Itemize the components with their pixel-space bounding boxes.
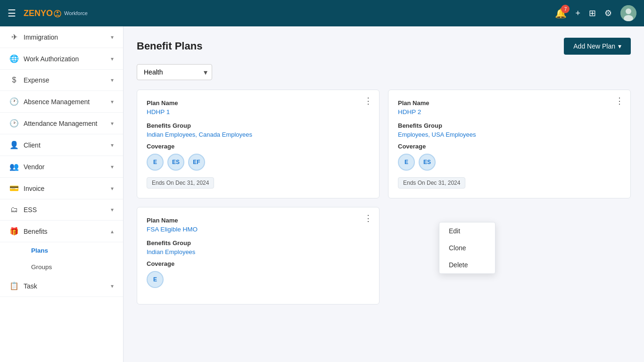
coverage-badge-es-1: ES [167,154,184,171]
sidebar-item-benefits[interactable]: 🎁 Benefits ▴ [0,221,123,242]
sidebar-label-benefits: Benefits [24,228,48,235]
chevron-down-icon: ▾ [111,164,114,170]
chevron-down-icon: ▾ [111,99,114,105]
sidebar-sub-groups[interactable]: Groups [24,259,123,275]
vendor-icon: 👥 [9,162,19,171]
coverage-badge-es-2: ES [419,154,436,171]
coverage-badge-e-1: E [147,154,164,171]
sidebar-item-expense[interactable]: $ Expense ▾ [0,70,123,91]
invoice-icon: 💳 [9,184,19,193]
sidebar: ✈ Immigration ▾ 🌐 Work Authorization ▾ $… [0,26,124,362]
benefits-group-value-3: Indian Employees [147,248,370,255]
context-menu: Edit Clone Delete [439,222,495,274]
plan-name-value-1: HDHP 1 [147,108,370,115]
coverage-badge-e-3: E [147,271,164,288]
context-menu-edit[interactable]: Edit [439,222,495,239]
notification-badge: 7 [561,5,570,13]
chevron-down-icon: ▾ [111,77,114,83]
sidebar-item-absence-management[interactable]: 🕐 Absence Management ▾ [0,91,123,113]
sidebar-label-work-authorization: Work Authorization [24,55,79,63]
coverage-circles-2: E ES [398,154,621,171]
avatar-image [620,5,636,21]
sidebar-label-expense: Expense [24,76,49,84]
topnav: ☰ ZENYO Workforce 🔔 7 + ⊞ ⚙ [0,0,644,26]
sidebar-item-ess[interactable]: 🗂 ESS ▾ [0,199,123,221]
sidebar-label-client: Client [24,141,41,149]
plan-card-2: ⋮ Plan Name HDHP 2 Benefits Group Employ… [388,90,631,198]
svg-point-1 [57,11,58,13]
client-icon: 👤 [9,140,19,149]
avatar[interactable] [620,5,636,21]
sidebar-item-task[interactable]: 📋 Task ▾ [0,275,123,297]
add-new-plan-button[interactable]: Add New Plan ▾ [564,38,631,55]
card-menu-button-3[interactable]: ⋮ [364,214,372,222]
filter-row: Health Dental Vision Life [137,64,631,80]
plan-card-3: ⋮ Plan Name FSA Eligible HMO Benefits Gr… [137,207,380,304]
sidebar-label-invoice: Invoice [24,185,44,192]
logo-text: ZENYO [24,8,62,18]
chevron-down-icon: ▾ [111,185,114,192]
coverage-label-2: Coverage [398,143,621,150]
coverage-circles-1: E ES EF [147,154,370,171]
add-dropdown-icon: ▾ [618,42,621,50]
sidebar-sub-plans[interactable]: Plans [24,242,123,259]
plan-name-label-3: Plan Name [147,217,370,224]
plan-name-value-2: HDHP 2 [398,108,621,115]
benefits-icon: 🎁 [9,227,19,236]
ends-badge-1: Ends On Dec 31, 2024 [147,177,214,189]
coverage-circles-3: E [147,271,370,288]
benefits-group-value-2: Employees, USA Employees [398,131,621,138]
plan-name-label-1: Plan Name [147,99,370,107]
plan-type-select[interactable]: Health Dental Vision Life [137,64,212,80]
benefits-group-label-2: Benefits Group [398,122,621,129]
bell-wrapper[interactable]: 🔔 7 [555,8,567,19]
plus-icon[interactable]: + [575,8,580,18]
logo-sub: Workforce [64,10,88,16]
card-menu-button-2[interactable]: ⋮ [615,97,624,105]
sidebar-item-work-authorization[interactable]: 🌐 Work Authorization ▾ [0,48,123,70]
benefits-group-label-3: Benefits Group [147,239,370,247]
work-auth-icon: 🌐 [9,54,19,63]
benefits-group-value-1: Indian Employees, Canada Employees [147,131,370,138]
sidebar-item-immigration[interactable]: ✈ Immigration ▾ [0,26,123,48]
page-header: Benefit Plans Add New Plan ▾ [137,38,631,55]
svg-point-3 [626,8,631,14]
main-layout: ✈ Immigration ▾ 🌐 Work Authorization ▾ $… [0,26,644,362]
chevron-down-icon: ▾ [111,283,114,289]
content-area: Benefit Plans Add New Plan ▾ Health Dent… [124,26,644,362]
expense-icon: $ [9,76,19,84]
sidebar-item-vendor[interactable]: 👥 Vendor ▾ [0,156,123,178]
chevron-up-icon: ▴ [111,228,114,235]
absence-icon: 🕐 [9,97,19,106]
chevron-down-icon: ▾ [111,34,114,41]
sidebar-label-task: Task [24,282,37,290]
sidebar-item-attendance-management[interactable]: 🕑 Attendance Management ▾ [0,113,123,134]
ends-badge-2: Ends On Dec 31, 2024 [398,177,465,189]
plan-name-value-3: FSA Eligible HMO [147,226,370,233]
hamburger-icon[interactable]: ☰ [8,8,16,19]
logo: ZENYO Workforce [24,8,88,18]
gear-icon[interactable]: ⚙ [604,8,612,18]
coverage-label-1: Coverage [147,143,370,150]
add-new-plan-label: Add New Plan [573,42,615,50]
sidebar-label-ess: ESS [24,206,37,214]
grid-icon[interactable]: ⊞ [589,8,596,18]
sidebar-item-invoice[interactable]: 💳 Invoice ▾ [0,178,123,199]
chevron-down-icon: ▾ [111,142,114,148]
coverage-label-3: Coverage [147,260,370,267]
page-title: Benefit Plans [137,40,202,52]
sidebar-label-attendance: Attendance Management [24,120,97,127]
benefits-group-label-1: Benefits Group [147,122,370,129]
context-menu-delete[interactable]: Delete [439,256,495,273]
chevron-down-icon: ▾ [111,206,114,213]
sidebar-item-client[interactable]: 👤 Client ▾ [0,134,123,156]
coverage-badge-e-2: E [398,154,415,171]
context-menu-clone[interactable]: Clone [439,239,495,256]
attendance-icon: 🕑 [9,119,19,128]
plan-card-1: ⋮ Plan Name HDHP 1 Benefits Group Indian… [137,90,380,198]
chevron-down-icon: ▾ [111,120,114,127]
coverage-badge-ef-1: EF [188,154,205,171]
filter-select-wrapper: Health Dental Vision Life [137,64,212,80]
card-menu-button-1[interactable]: ⋮ [364,97,372,105]
task-icon: 📋 [9,281,19,290]
